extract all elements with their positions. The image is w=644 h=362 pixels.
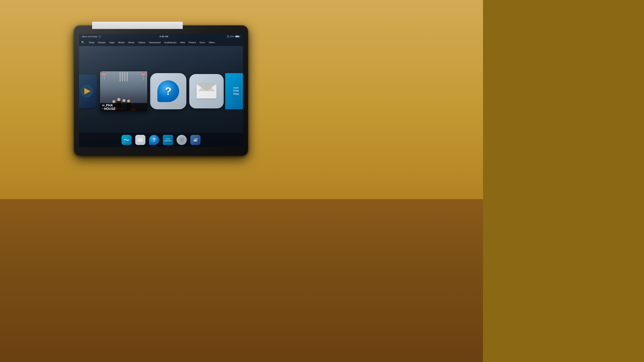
silk-browser-dock-icon[interactable]: [122, 135, 132, 145]
svg-rect-11: [194, 140, 198, 142]
mail-envelope-icon: [196, 84, 216, 98]
navigation-bar: 🔍 Shop Games Apps Books Music Videos New…: [79, 39, 243, 46]
search-icon[interactable]: 🔍: [81, 41, 85, 44]
content-carousel: HD ALPHA ★ HOUSE ═══: [79, 46, 243, 147]
hd-badge: HD: [101, 104, 105, 107]
star-icon: ★: [102, 108, 103, 110]
flag-left-icon: [102, 73, 106, 80]
time-display: 9:48 AM: [160, 35, 168, 38]
nav-photos[interactable]: Photos: [187, 40, 198, 44]
freetime-dock-label: kindle: [166, 138, 170, 140]
flag-right-icon: [141, 73, 146, 80]
freetime-kindle-label: kindle: [233, 87, 239, 89]
nav-books[interactable]: Books: [116, 40, 126, 44]
nav-docs[interactable]: Docs: [198, 40, 207, 44]
nav-web[interactable]: Web: [178, 40, 187, 44]
nav-newsstand[interactable]: Newsstand: [147, 40, 162, 44]
svg-point-8: [181, 139, 182, 140]
help-question-icon: ?: [152, 137, 156, 143]
mail-flap: [196, 84, 216, 90]
question-mark-text: ?: [165, 86, 172, 97]
status-right: 97%: [227, 35, 240, 38]
nav-audiobooks[interactable]: Audiobooks: [162, 40, 178, 44]
settings-spiral-icon: [178, 137, 185, 143]
globe-icon: [98, 35, 100, 38]
nav-offers[interactable]: Offers: [207, 40, 217, 44]
silk-logo-icon: [124, 137, 130, 143]
tablet-device: Alan's 2nd Kindle 9:48 AM 97%: [74, 22, 248, 156]
tablet-case: [92, 22, 183, 29]
mail-app-card[interactable]: [189, 74, 224, 108]
battery-percentage: 97%: [230, 35, 234, 38]
status-left: Alan's 2nd Kindle: [82, 35, 100, 38]
tablet-screen: Alan's 2nd Kindle 9:48 AM 97%: [79, 34, 243, 147]
weather-dock-icon[interactable]: [190, 135, 200, 145]
plex-logo-icon: [80, 85, 93, 98]
freetime-label: FreeTime: [233, 89, 239, 96]
nav-apps[interactable]: Apps: [107, 40, 116, 44]
building-columns: [120, 72, 128, 81]
device-name-label: Alan's 2nd Kindle: [82, 35, 97, 38]
status-bar: Alan's 2nd Kindle 9:48 AM 97%: [79, 34, 243, 39]
main-content: HD ALPHA ★ HOUSE ═══: [79, 46, 243, 147]
svg-point-12: [196, 138, 198, 139]
question-bubble-icon: ?: [157, 80, 179, 102]
weather-app-icon: [192, 137, 198, 143]
freetime-dock-icon[interactable]: kindle FreeTime: [163, 135, 173, 145]
wifi-icon: [227, 35, 229, 38]
inbox-envelope-icon: [138, 138, 143, 142]
plex-card[interactable]: [79, 74, 97, 108]
decorative-lines: ═══: [116, 108, 122, 110]
nav-shop[interactable]: Shop: [87, 40, 96, 44]
bottom-dock: ? kindle FreeTime: [79, 133, 243, 147]
alpha-house-title-overlay: HD ALPHA ★ HOUSE ═══: [100, 103, 147, 111]
tablet-bezel: Alan's 2nd Kindle 9:48 AM 97%: [74, 25, 248, 156]
nav-music[interactable]: Music: [126, 40, 136, 44]
battery-icon: [235, 35, 240, 37]
alpha-house-card[interactable]: HD ALPHA ★ HOUSE ═══: [100, 71, 147, 111]
freetime-dock-sublabel: FreeTime: [164, 140, 172, 142]
alpha-title-text: ALPHA: [102, 104, 146, 107]
nav-games[interactable]: Games: [96, 40, 107, 44]
nav-videos[interactable]: Videos: [136, 40, 147, 44]
help-dock-icon[interactable]: ?: [149, 135, 159, 145]
house-title-text: HOUSE: [104, 107, 116, 110]
inbox-dock-icon[interactable]: [135, 135, 146, 145]
settings-dock-icon[interactable]: [176, 135, 187, 145]
freetime-card[interactable]: kindle FreeTime: [225, 73, 243, 109]
help-app-card[interactable]: ?: [150, 73, 186, 109]
